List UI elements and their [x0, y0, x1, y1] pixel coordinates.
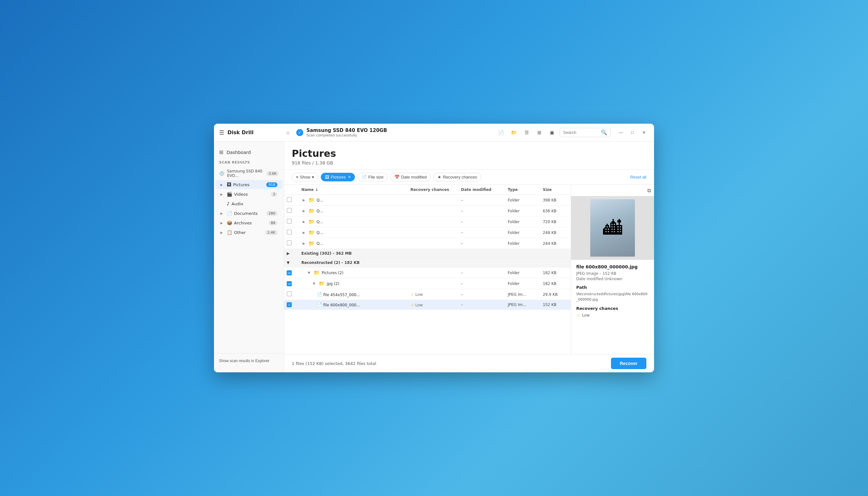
row-name-cell: ▶ 📁 Q...	[298, 195, 407, 206]
show-in-explorer-button[interactable]: Show scan results in Explorer	[219, 359, 270, 363]
expand-icon[interactable]: ▼	[306, 271, 311, 275]
row-checkbox-cell[interactable]: −	[284, 278, 298, 289]
minimize-button[interactable]: —	[616, 127, 626, 138]
expand-icon[interactable]: ▶	[301, 231, 306, 234]
filesize-filter-button[interactable]: 📄 File size	[357, 173, 388, 181]
bottom-bar: 1 files (152 KB) selected, 3642 files to…	[284, 354, 654, 372]
grid-view-button[interactable]: ⊞	[534, 127, 544, 138]
title-bar-center: ⌂ ✓ Samsung SSD 840 EVO 120GB Scan compl…	[283, 127, 496, 138]
section-collapse-cell[interactable]: ▼	[284, 258, 298, 267]
row-checkbox-cell[interactable]	[284, 238, 298, 249]
table-row[interactable]: ▶ 📁 Q... – Folder 720 KB	[284, 216, 571, 227]
close-button[interactable]: ✕	[639, 127, 649, 138]
drive-badge: 3.6K	[266, 171, 279, 176]
sidebar-dashboard-item[interactable]: ⊞ Dashboard	[214, 146, 284, 158]
search-input[interactable]	[563, 130, 599, 135]
row-checkbox[interactable]	[287, 219, 292, 224]
filesize-filter-label: File size	[368, 175, 384, 180]
row-checkbox-cell[interactable]	[284, 195, 298, 206]
list-view-button[interactable]: ☰	[521, 127, 532, 138]
row-checkbox-cell[interactable]: ✓	[284, 300, 298, 310]
row-checkbox-cell[interactable]: −	[284, 267, 298, 278]
sidebar-item-pictures[interactable]: ▶ 🖼 Pictures 918	[215, 180, 283, 189]
header-size[interactable]: Size	[539, 185, 571, 195]
search-box: 🔍	[560, 128, 611, 137]
doc-view-button[interactable]: 📄	[496, 127, 506, 138]
row-size: 182 KB	[539, 278, 571, 289]
table-row[interactable]: ▶ 📁 Q... – Folder 244 KB	[284, 238, 571, 249]
calendar-icon: 📅	[394, 175, 399, 180]
chevron-down-icon: ▾	[312, 175, 314, 180]
table-row[interactable]: ✓ 📄 file 600x800_000... ☆	[284, 300, 571, 310]
sidebar-item-audio[interactable]: ♪ Audio	[215, 199, 283, 208]
row-checkbox-minus[interactable]: −	[287, 281, 292, 286]
table-row[interactable]: 📄 file 454x557_000... ☆ Low – JPEG Im...	[284, 289, 571, 300]
reconstructed-section-label: Reconstructed (2) - 182 KB	[298, 258, 571, 267]
sidebar-drive-item[interactable]: 💿 Samsung SSD 840 EVO... 3.6K	[214, 167, 284, 180]
row-size: 29.9 KB	[539, 289, 571, 300]
reconstructed-section-row[interactable]: ▼ Reconstructed (2) - 182 KB	[284, 258, 571, 267]
pictures-filter-button[interactable]: 🖼 Pictures ✕	[321, 173, 355, 181]
sidebar-item-archives[interactable]: ▶ 📦 Archives 88	[215, 218, 283, 227]
row-checkbox-cell[interactable]	[284, 206, 298, 216]
row-checkbox[interactable]	[287, 197, 292, 202]
recover-button[interactable]: Recover	[611, 358, 646, 369]
section-expand-cell[interactable]: ▶	[284, 249, 298, 258]
header-type[interactable]: Type	[504, 185, 539, 195]
maximize-button[interactable]: □	[627, 127, 637, 138]
expand-icon[interactable]: ▶	[301, 198, 306, 202]
row-recovery	[407, 227, 458, 238]
header-name[interactable]: Name ↓	[298, 185, 407, 195]
header-recovery[interactable]: Recovery chances	[407, 185, 458, 195]
main-layout: ⊞ Dashboard Scan results 💿 Samsung SSD 8…	[214, 141, 654, 372]
row-checkbox[interactable]	[287, 230, 292, 235]
pictures-filter-icon: 🖼	[325, 175, 329, 180]
show-filter-button[interactable]: ≡ Show ▾	[292, 173, 318, 181]
chevron-right-icon: ▶	[220, 183, 225, 186]
folder-view-button[interactable]: 📁	[508, 127, 519, 138]
home-button[interactable]: ⌂	[283, 127, 293, 138]
table-row[interactable]: ▶ 📁 Q... – Folder 398 KB	[284, 195, 571, 206]
table-row[interactable]: ▶ 📁 Q... – Folder 248 KB	[284, 227, 571, 238]
row-checkbox[interactable]	[287, 291, 292, 296]
panel-view-button[interactable]: ▣	[547, 127, 557, 138]
collapse-reconstructed-icon[interactable]: ▼	[287, 260, 290, 265]
expand-icon[interactable]: ▶	[301, 242, 306, 245]
table-row[interactable]: − ▼ 📁 Pictures (2)	[284, 267, 571, 278]
row-checkbox-cell[interactable]	[284, 216, 298, 227]
row-checkbox[interactable]	[287, 208, 292, 213]
sidebar-item-videos[interactable]: ▶ 🎬 Videos 2	[215, 190, 283, 199]
expand-icon[interactable]: ▼	[311, 282, 317, 285]
row-recovery	[407, 238, 458, 249]
expand-icon[interactable]: ▶	[301, 220, 306, 223]
row-checkbox-checked[interactable]: ✓	[287, 302, 292, 307]
documents-badge: 280	[266, 211, 277, 216]
table-row[interactable]: ▶ 📁 Q... – Folder 636 KB	[284, 206, 571, 216]
star-icon: ☆	[410, 303, 414, 307]
sidebar-item-documents[interactable]: ▶ 📄 Documents 280	[215, 209, 283, 218]
row-checkbox[interactable]	[287, 241, 292, 246]
datemod-filter-button[interactable]: 📅 Date modified	[390, 173, 431, 181]
remove-pictures-filter-icon[interactable]: ✕	[348, 175, 351, 179]
expand-icon[interactable]: ▶	[301, 209, 306, 213]
filesize-filter-icon: 📄	[362, 175, 367, 180]
row-name-cell: ▼ 📁 Pictures (2)	[298, 267, 407, 278]
expand-existing-icon[interactable]: ▶	[287, 251, 290, 255]
reset-all-button[interactable]: Reset all	[630, 175, 646, 180]
sidebar-item-other[interactable]: ▶ 📋 Other 2.4K	[215, 228, 283, 237]
row-checkbox-cell[interactable]	[284, 289, 298, 300]
row-type: JPEG Im...	[504, 289, 539, 300]
row-checkbox-minus[interactable]: −	[287, 270, 292, 275]
existing-section-row[interactable]: ▶ Existing (302) - 362 MB	[284, 249, 571, 258]
row-type: Folder	[504, 216, 539, 227]
header-date[interactable]: Date modified	[458, 185, 505, 195]
file-table-container[interactable]: Name ↓ Recovery chances Date modified Ty…	[284, 185, 571, 354]
row-checkbox-cell[interactable]	[284, 227, 298, 238]
open-external-icon[interactable]: ⧉	[647, 187, 651, 193]
device-name: Samsung SSD 840 EVO 120GB	[306, 127, 387, 133]
table-row[interactable]: − ▼ 📁 jpg (2) –	[284, 278, 571, 289]
row-size: 244 KB	[539, 238, 571, 249]
file-area: Name ↓ Recovery chances Date modified Ty…	[284, 185, 654, 354]
recoverychances-filter-button[interactable]: ★ Recovery chances	[433, 173, 481, 181]
hamburger-icon[interactable]: ☰	[219, 129, 224, 136]
